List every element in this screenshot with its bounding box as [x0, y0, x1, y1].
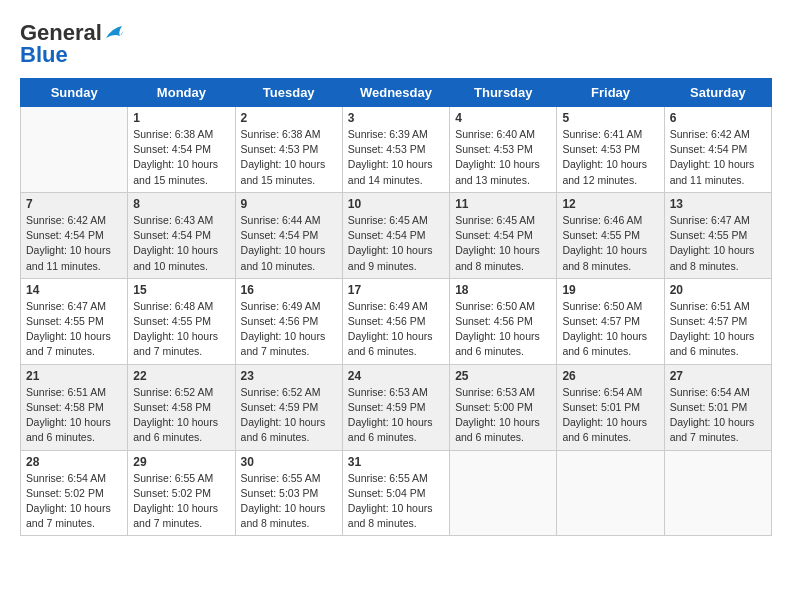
sunset-time: Sunset: 5:02 PM	[26, 487, 104, 499]
day-number: 9	[241, 197, 337, 211]
day-info: Sunrise: 6:50 AMSunset: 4:57 PMDaylight:…	[562, 299, 658, 360]
day-number: 14	[26, 283, 122, 297]
daylight-hours: Daylight: 10 hours and 6 minutes.	[562, 330, 647, 357]
calendar-day-cell: 31Sunrise: 6:55 AMSunset: 5:04 PMDayligh…	[342, 450, 449, 536]
sunrise-time: Sunrise: 6:38 AM	[133, 128, 213, 140]
calendar-day-cell: 24Sunrise: 6:53 AMSunset: 4:59 PMDayligh…	[342, 364, 449, 450]
daylight-hours: Daylight: 10 hours and 6 minutes.	[455, 416, 540, 443]
calendar-day-cell: 6Sunrise: 6:42 AMSunset: 4:54 PMDaylight…	[664, 107, 771, 193]
sunset-time: Sunset: 4:54 PM	[241, 229, 319, 241]
day-number: 5	[562, 111, 658, 125]
daylight-hours: Daylight: 10 hours and 6 minutes.	[455, 330, 540, 357]
sunrise-time: Sunrise: 6:54 AM	[670, 386, 750, 398]
sunrise-time: Sunrise: 6:42 AM	[26, 214, 106, 226]
day-info: Sunrise: 6:47 AMSunset: 4:55 PMDaylight:…	[670, 213, 766, 274]
daylight-hours: Daylight: 10 hours and 7 minutes.	[670, 416, 755, 443]
sunset-time: Sunset: 4:54 PM	[670, 143, 748, 155]
calendar-day-cell: 1Sunrise: 6:38 AMSunset: 4:54 PMDaylight…	[128, 107, 235, 193]
day-number: 8	[133, 197, 229, 211]
day-info: Sunrise: 6:52 AMSunset: 4:59 PMDaylight:…	[241, 385, 337, 446]
sunrise-time: Sunrise: 6:55 AM	[133, 472, 213, 484]
calendar-day-cell: 23Sunrise: 6:52 AMSunset: 4:59 PMDayligh…	[235, 364, 342, 450]
day-info: Sunrise: 6:49 AMSunset: 4:56 PMDaylight:…	[241, 299, 337, 360]
day-info: Sunrise: 6:50 AMSunset: 4:56 PMDaylight:…	[455, 299, 551, 360]
day-number: 20	[670, 283, 766, 297]
logo-blue-text: Blue	[20, 42, 68, 68]
calendar-day-cell: 25Sunrise: 6:53 AMSunset: 5:00 PMDayligh…	[450, 364, 557, 450]
sunset-time: Sunset: 4:59 PM	[241, 401, 319, 413]
day-number: 13	[670, 197, 766, 211]
day-number: 26	[562, 369, 658, 383]
calendar-week-row: 7Sunrise: 6:42 AMSunset: 4:54 PMDaylight…	[21, 192, 772, 278]
sunrise-time: Sunrise: 6:49 AM	[348, 300, 428, 312]
daylight-hours: Daylight: 10 hours and 6 minutes.	[133, 416, 218, 443]
day-info: Sunrise: 6:54 AMSunset: 5:01 PMDaylight:…	[670, 385, 766, 446]
sunset-time: Sunset: 4:57 PM	[670, 315, 748, 327]
day-info: Sunrise: 6:51 AMSunset: 4:57 PMDaylight:…	[670, 299, 766, 360]
calendar-week-row: 28Sunrise: 6:54 AMSunset: 5:02 PMDayligh…	[21, 450, 772, 536]
calendar-day-cell: 28Sunrise: 6:54 AMSunset: 5:02 PMDayligh…	[21, 450, 128, 536]
calendar-day-cell: 29Sunrise: 6:55 AMSunset: 5:02 PMDayligh…	[128, 450, 235, 536]
calendar-week-row: 21Sunrise: 6:51 AMSunset: 4:58 PMDayligh…	[21, 364, 772, 450]
calendar-day-cell: 13Sunrise: 6:47 AMSunset: 4:55 PMDayligh…	[664, 192, 771, 278]
calendar-day-header: Thursday	[450, 79, 557, 107]
day-info: Sunrise: 6:52 AMSunset: 4:58 PMDaylight:…	[133, 385, 229, 446]
day-info: Sunrise: 6:49 AMSunset: 4:56 PMDaylight:…	[348, 299, 444, 360]
sunset-time: Sunset: 5:01 PM	[562, 401, 640, 413]
day-number: 12	[562, 197, 658, 211]
day-number: 31	[348, 455, 444, 469]
sunset-time: Sunset: 4:54 PM	[348, 229, 426, 241]
sunrise-time: Sunrise: 6:47 AM	[26, 300, 106, 312]
logo: General Blue	[20, 20, 126, 68]
sunrise-time: Sunrise: 6:52 AM	[133, 386, 213, 398]
sunrise-time: Sunrise: 6:47 AM	[670, 214, 750, 226]
calendar-day-header: Tuesday	[235, 79, 342, 107]
sunrise-time: Sunrise: 6:50 AM	[562, 300, 642, 312]
calendar-day-cell: 14Sunrise: 6:47 AMSunset: 4:55 PMDayligh…	[21, 278, 128, 364]
sunrise-time: Sunrise: 6:55 AM	[241, 472, 321, 484]
sunrise-time: Sunrise: 6:44 AM	[241, 214, 321, 226]
calendar-day-cell: 4Sunrise: 6:40 AMSunset: 4:53 PMDaylight…	[450, 107, 557, 193]
calendar-day-cell: 5Sunrise: 6:41 AMSunset: 4:53 PMDaylight…	[557, 107, 664, 193]
sunset-time: Sunset: 4:54 PM	[133, 229, 211, 241]
sunrise-time: Sunrise: 6:54 AM	[26, 472, 106, 484]
day-number: 30	[241, 455, 337, 469]
day-info: Sunrise: 6:54 AMSunset: 5:01 PMDaylight:…	[562, 385, 658, 446]
sunrise-time: Sunrise: 6:46 AM	[562, 214, 642, 226]
calendar-day-cell	[21, 107, 128, 193]
day-number: 21	[26, 369, 122, 383]
day-info: Sunrise: 6:41 AMSunset: 4:53 PMDaylight:…	[562, 127, 658, 188]
calendar-table: SundayMondayTuesdayWednesdayThursdayFrid…	[20, 78, 772, 536]
daylight-hours: Daylight: 10 hours and 11 minutes.	[670, 158, 755, 185]
calendar-day-cell: 12Sunrise: 6:46 AMSunset: 4:55 PMDayligh…	[557, 192, 664, 278]
calendar-day-cell: 15Sunrise: 6:48 AMSunset: 4:55 PMDayligh…	[128, 278, 235, 364]
day-number: 16	[241, 283, 337, 297]
daylight-hours: Daylight: 10 hours and 6 minutes.	[26, 416, 111, 443]
day-number: 25	[455, 369, 551, 383]
day-number: 18	[455, 283, 551, 297]
daylight-hours: Daylight: 10 hours and 7 minutes.	[26, 330, 111, 357]
day-number: 27	[670, 369, 766, 383]
day-number: 19	[562, 283, 658, 297]
day-info: Sunrise: 6:38 AMSunset: 4:53 PMDaylight:…	[241, 127, 337, 188]
daylight-hours: Daylight: 10 hours and 8 minutes.	[562, 244, 647, 271]
daylight-hours: Daylight: 10 hours and 8 minutes.	[241, 502, 326, 529]
daylight-hours: Daylight: 10 hours and 15 minutes.	[133, 158, 218, 185]
sunset-time: Sunset: 4:54 PM	[133, 143, 211, 155]
day-info: Sunrise: 6:42 AMSunset: 4:54 PMDaylight:…	[26, 213, 122, 274]
daylight-hours: Daylight: 10 hours and 11 minutes.	[26, 244, 111, 271]
calendar-day-cell: 10Sunrise: 6:45 AMSunset: 4:54 PMDayligh…	[342, 192, 449, 278]
sunset-time: Sunset: 4:55 PM	[133, 315, 211, 327]
page-header: General Blue	[20, 20, 772, 68]
calendar-day-cell	[664, 450, 771, 536]
sunrise-time: Sunrise: 6:45 AM	[348, 214, 428, 226]
sunset-time: Sunset: 5:04 PM	[348, 487, 426, 499]
daylight-hours: Daylight: 10 hours and 13 minutes.	[455, 158, 540, 185]
calendar-day-cell: 8Sunrise: 6:43 AMSunset: 4:54 PMDaylight…	[128, 192, 235, 278]
sunset-time: Sunset: 5:02 PM	[133, 487, 211, 499]
daylight-hours: Daylight: 10 hours and 9 minutes.	[348, 244, 433, 271]
calendar-header-row: SundayMondayTuesdayWednesdayThursdayFrid…	[21, 79, 772, 107]
calendar-day-cell	[557, 450, 664, 536]
sunset-time: Sunset: 4:56 PM	[241, 315, 319, 327]
daylight-hours: Daylight: 10 hours and 15 minutes.	[241, 158, 326, 185]
